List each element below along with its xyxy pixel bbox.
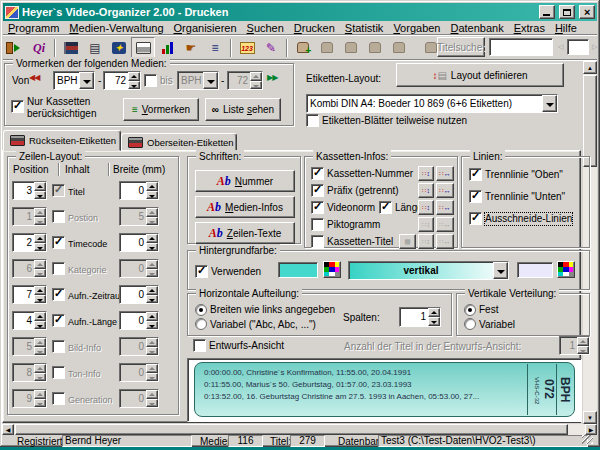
aufn-zeitraum-checkbox[interactable] [52,288,65,301]
position-spinner[interactable]: 4 [12,311,47,330]
position-spinner[interactable]: 3 [12,181,47,200]
organize-button[interactable]: ▤ [83,37,107,59]
scroll-thumb[interactable] [583,75,597,167]
etiketten-layout-combo[interactable]: Kombi DIN A4: Boeder 10 869 (6+6 Etikett… [306,94,558,113]
kassetten-nummer-checkbox[interactable] [311,167,324,180]
exit-button[interactable] [3,37,27,59]
from-number-spinner[interactable]: 72 [103,71,141,90]
videonorm-align-button[interactable]: ∷↔ [436,200,454,215]
nummer-align-button[interactable]: ∷↔ [436,166,454,181]
breite-spinner[interactable]: 0 [119,285,159,304]
checkbox-label: Trennlinie "Unten" [485,191,565,203]
scroll-down-button[interactable]: ▼ [583,411,597,424]
bis-checkbox[interactable] [144,74,157,87]
piktogramm-checkbox[interactable] [311,218,324,231]
close-button[interactable]: × [579,5,595,19]
scroll-thumb[interactable] [15,424,568,435]
breiten-radio[interactable] [195,304,207,316]
color-picker-button-1[interactable] [323,261,341,278]
color-picker-button-2[interactable] [557,261,575,278]
scroll-up-button[interactable]: ▲ [583,61,597,74]
kategorie-checkbox[interactable] [52,262,65,275]
menu-datenbank[interactable]: Datenbank [445,22,508,34]
bild-info-checkbox[interactable] [52,340,65,353]
variabel-radio[interactable] [195,318,207,330]
ton-info-checkbox[interactable] [52,366,65,379]
zeilen-row-generation: 9 Generation 0 [8,389,180,411]
statistics-button[interactable] [155,37,179,59]
menu-organisieren[interactable]: Organisieren [169,22,242,34]
media-management-button[interactable] [59,37,83,59]
aufn-laenge-checkbox[interactable] [52,314,65,327]
quick-info-button[interactable]: Qi [27,37,51,59]
position-spinner[interactable]: 2 [12,233,47,252]
verwenden-checkbox[interactable] [195,265,208,278]
layout-definieren-button[interactable]: ↕▤ Layout definieren [396,63,564,87]
chevron-down-icon[interactable] [542,95,557,112]
menu-medien-verwaltung[interactable]: Medien-Verwaltung [64,22,168,34]
trennlinie-oben-checkbox[interactable] [469,168,482,181]
tab-oberseiten-etiketten[interactable]: Oberseiten-Etiketten [121,133,237,151]
liste-sehen-button[interactable]: ∞ Liste sehen [205,98,281,121]
menu-vorgaben[interactable]: Vorgaben [388,22,445,34]
laenge-checkbox[interactable] [379,201,392,214]
nummer-position-button[interactable]: ∷↕ [418,166,434,181]
menu-statistik[interactable]: Statistik [340,22,389,34]
media-last-icon[interactable]: ▶▶ [267,73,277,83]
timecode-checkbox[interactable] [52,236,65,249]
spalten-spinner[interactable]: 1 [399,307,441,327]
fest-radio[interactable] [464,304,476,316]
praefix-position-button[interactable]: ∷↕ [418,183,434,198]
breite-spinner[interactable]: 0 [119,181,159,200]
app-icon[interactable] [5,6,19,19]
titelsuche-input[interactable] [489,38,553,56]
defaults-button[interactable]: ☛ [179,37,203,59]
chevron-down-icon[interactable] [493,262,508,279]
videonorm-position-button[interactable]: ∷↕ [418,200,434,215]
scroll-right-button[interactable]: ▶ [585,424,597,435]
variabel-radio[interactable] [464,318,476,330]
tab-rueckseiten-etiketten[interactable]: Rückseiten-Etiketten [3,130,121,151]
gradient-direction-combo[interactable]: vertikal [348,261,509,280]
menu-extras[interactable]: Extras [509,22,550,34]
checkbox-label: Kassetten-Nummer [327,168,413,180]
entwurfs-ansicht-checkbox[interactable] [193,339,206,352]
titel-value: 279 [290,435,325,447]
postion-checkbox[interactable] [52,210,65,223]
protocol-button[interactable]: ≡ [203,37,227,59]
generation-checkbox[interactable] [52,392,65,405]
vormerken-button[interactable]: ≡ Vormerken [123,98,199,121]
label-colors-button[interactable]: ✎ [259,37,283,59]
menu-suchen[interactable]: Suchen [242,22,289,34]
minimize-button[interactable] [539,5,555,19]
add-media-button[interactable]: + [291,37,315,59]
praefix-align-button[interactable]: ∷↔ [436,183,454,198]
breite-spinner[interactable]: 0 [119,233,159,252]
trennlinie-unten-checkbox[interactable] [469,190,482,203]
praefix-checkbox[interactable] [311,184,324,197]
menu-drucken[interactable]: Drucken [289,22,340,34]
menu-hilfe[interactable]: Hilfe [550,22,582,34]
from-prefix-combo[interactable]: BPH [53,71,95,90]
registered-value: Bernd Heyer [62,435,192,447]
etiketten-partial-checkbox[interactable] [306,114,319,127]
videonorm-checkbox[interactable] [311,201,324,214]
nur-kassetten-checkbox[interactable] [11,100,24,113]
chevron-down-icon[interactable] [79,72,94,89]
breite-spinner[interactable]: 0 [119,311,159,330]
menu-programm[interactable]: Programm [3,22,64,34]
position-spinner[interactable]: 7 [12,285,47,304]
search-button[interactable]: ✦ [107,37,131,59]
media-first-icon[interactable]: ◀◀ [29,73,39,83]
scroll-left-button[interactable]: ◀ [2,424,14,435]
kassetten-titel-checkbox[interactable] [311,235,324,248]
print-button[interactable] [131,37,155,59]
horizontal-scrollbar[interactable]: ◀ ▶ [2,424,597,435]
renumber-button[interactable]: 123 [235,37,259,59]
nummer-font-button[interactable]: Ab Nummer [195,170,295,192]
medien-infos-font-button[interactable]: Ab Medien-Infos [195,196,295,218]
zeilen-texte-font-button[interactable]: Ab Zeilen-Texte [195,222,295,244]
layout-icon: ↕▤ [432,70,446,81]
maximize-button[interactable] [559,5,575,19]
ausschneide-linien-checkbox[interactable] [469,212,482,225]
